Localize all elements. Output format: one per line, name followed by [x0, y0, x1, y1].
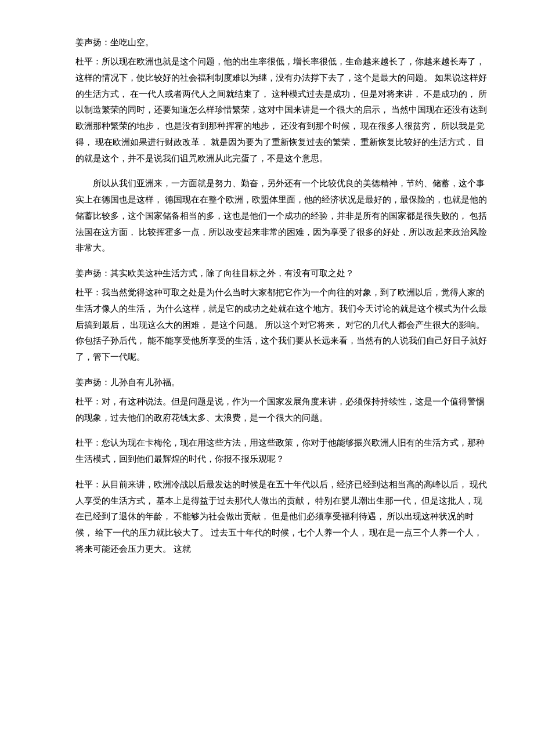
paragraph-4: 姜声扬：其实欧美这种生活方式，除了向往目标之外，有没有可取之处？	[58, 266, 488, 281]
paragraph-8: 杜平：您认为现在卡梅伦，现在用这些方法，用这些政策，你对于他能够振兴欧洲人旧有的…	[58, 435, 488, 468]
paragraph-6: 姜声扬：儿孙自有儿孙福。	[58, 375, 488, 390]
text-p3: 所以从我们亚洲来，一方面就是努力、勤奋，另外还有一个比较优良的美德精神，节约、储…	[75, 179, 487, 252]
text-p5: 杜平：我当然觉得这种可取之处是为什么当时大家都把它作为一个向往的对象，到了欧洲以…	[75, 288, 487, 361]
paragraph-5: 杜平：我当然觉得这种可取之处是为什么当时大家都把它作为一个向往的对象，到了欧洲以…	[58, 285, 488, 366]
text-p8: 杜平：您认为现在卡梅伦，现在用这些方法，用这些政策，你对于他能够振兴欧洲人旧有的…	[75, 438, 485, 464]
paragraph-9: 杜平：从目前来讲，欧洲冷战以后最发达的时候是在五十年代以后，经济已经到达相当高的…	[58, 477, 488, 558]
text-p7: 杜平：对，有这种说法。但是问题是说，作为一个国家发展角度来讲，必须保持持续性，这…	[75, 397, 485, 422]
paragraph-3: 所以从我们亚洲来，一方面就是努力、勤奋，另外还有一个比较优良的美德精神，节约、储…	[58, 176, 488, 256]
paragraph-7: 杜平：对，有这种说法。但是问题是说，作为一个国家发展角度来讲，必须保持持续性，这…	[58, 394, 488, 426]
text-p4: 姜声扬：其实欧美这种生活方式，除了向往目标之外，有没有可取之处？	[75, 269, 354, 278]
text-p9: 杜平：从目前来讲，欧洲冷战以后最发达的时候是在五十年代以后，经济已经到达相当高的…	[75, 480, 487, 554]
paragraph-2: 杜平：所以现在欧洲也就是这个问题，他的出生率很低，增长率很低，生命越来越长了，你…	[58, 54, 488, 167]
text-p6: 姜声扬：儿孙自有儿孙福。	[75, 378, 180, 387]
main-content: 姜声扬：坐吃山空。 杜平：所以现在欧洲也就是这个问题，他的出生率很低，增长率很低…	[58, 35, 488, 558]
paragraph-1: 姜声扬：坐吃山空。	[58, 35, 488, 50]
text-p1: 姜声扬：坐吃山空。	[75, 38, 154, 47]
text-p2: 杜平：所以现在欧洲也就是这个问题，他的出生率很低，增长率很低，生命越来越长了，你…	[75, 57, 487, 163]
